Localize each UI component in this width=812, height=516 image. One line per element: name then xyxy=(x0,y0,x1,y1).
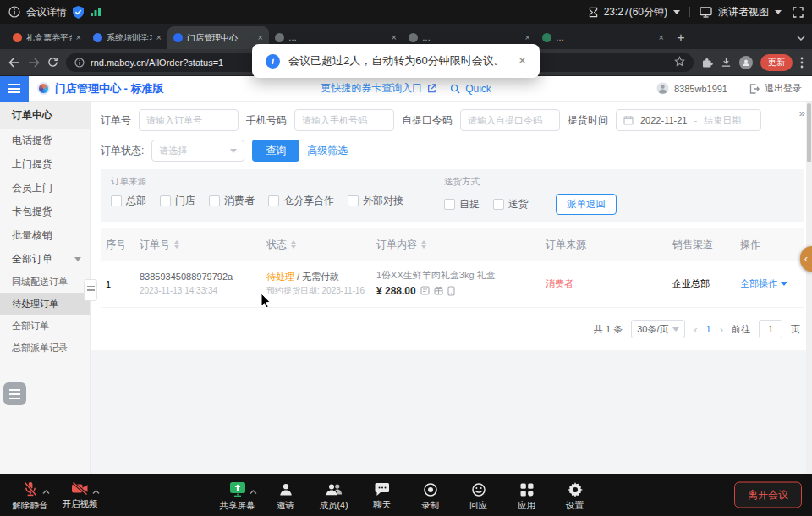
browser-tab-2[interactable]: 系统培训学习 × xyxy=(87,26,167,49)
username[interactable]: 8385wb1991 xyxy=(674,84,727,94)
tab4-close-icon[interactable]: × xyxy=(392,33,397,42)
browser-update-button[interactable]: 更新 xyxy=(760,54,793,71)
app-hamburger-menu[interactable] xyxy=(0,76,29,102)
header-content[interactable]: 订单内容 xyxy=(376,238,546,252)
quick-label[interactable]: Quick xyxy=(465,83,491,95)
video-button[interactable]: 开启视频 xyxy=(57,478,103,510)
site-info-icon[interactable] xyxy=(74,58,85,68)
browser-menu-dots-icon[interactable] xyxy=(800,57,804,69)
share-options-caret-icon[interactable] xyxy=(250,483,257,498)
advanced-filter-link[interactable]: 高级筛选 xyxy=(307,144,348,158)
sort-icon[interactable] xyxy=(421,240,426,249)
floating-list-button[interactable] xyxy=(3,382,26,405)
bookmark-star-icon[interactable] xyxy=(674,56,685,69)
new-tab-button[interactable]: + xyxy=(670,27,692,49)
sidebar-sub-pending-orders[interactable]: 待处理订单 xyxy=(0,293,90,315)
members-button[interactable]: 成员(4) xyxy=(310,478,357,512)
tab6-close-icon[interactable]: × xyxy=(659,33,664,42)
delivery-option-selfpickup[interactable]: 自提 xyxy=(444,197,480,211)
toast-close-icon[interactable]: × xyxy=(518,54,526,68)
phone-icon[interactable] xyxy=(447,286,455,296)
checkbox-share[interactable] xyxy=(268,195,279,206)
source-option-consumer[interactable]: 消费者 xyxy=(209,194,255,208)
all-actions-dropdown[interactable]: 全部操作 xyxy=(740,277,787,290)
note-icon[interactable] xyxy=(420,286,430,295)
source-option-external[interactable]: 外部对接 xyxy=(348,194,403,208)
video-options-caret-icon[interactable] xyxy=(92,483,100,498)
per-page-select[interactable]: 30条/页 xyxy=(631,320,685,338)
sidebar-item-member-visit[interactable]: 会员上门 xyxy=(0,176,90,200)
checkbox-hq[interactable] xyxy=(111,195,122,206)
scrollbar-thumb[interactable] xyxy=(807,103,811,162)
checkbox-consumer[interactable] xyxy=(209,195,220,206)
back-icon[interactable] xyxy=(8,58,20,68)
order-status-select[interactable]: 请选择 xyxy=(151,140,244,162)
mute-button[interactable]: 解除静音 xyxy=(7,478,53,512)
phone-input[interactable] xyxy=(294,109,394,131)
leave-meeting-button[interactable]: 离开会议 xyxy=(734,482,802,508)
checkbox-external[interactable] xyxy=(348,195,359,206)
prev-page-button[interactable]: ‹ xyxy=(694,323,697,336)
tab-search-caret-icon[interactable] xyxy=(797,29,805,44)
sidebar-item-door-pickup[interactable]: 上门提货 xyxy=(0,152,90,176)
logout-button[interactable]: 退出登录 xyxy=(765,82,802,95)
timer-caret-icon[interactable] xyxy=(673,10,680,14)
view-mode-selector[interactable]: 演讲者视图 xyxy=(718,5,769,19)
sidebar-sub-city-delivery[interactable]: 同城配送订单 xyxy=(0,271,90,293)
meeting-details-button[interactable]: 会议详情 xyxy=(26,5,67,19)
order-no-input[interactable] xyxy=(139,109,239,131)
browser-profile-avatar[interactable] xyxy=(739,56,753,69)
extensions-puzzle-icon[interactable] xyxy=(701,57,713,69)
sidebar-sub-hq-dispatch[interactable]: 总部派单记录 xyxy=(0,337,90,359)
mic-options-caret-icon[interactable] xyxy=(42,483,50,498)
sidebar-item-phone-pickup[interactable]: 电话提货 xyxy=(0,129,90,152)
browser-tab-6[interactable]: … × xyxy=(536,26,670,49)
page-scrollbar[interactable] xyxy=(806,102,812,474)
coupon-query-link[interactable]: 更快捷的券卡查询入口 xyxy=(321,81,422,96)
forward-icon[interactable] xyxy=(28,58,40,68)
gift-icon[interactable] xyxy=(434,286,443,295)
checkbox-store[interactable] xyxy=(160,195,171,206)
download-icon[interactable] xyxy=(721,57,732,68)
tab2-close-icon[interactable]: × xyxy=(156,33,162,42)
sidebar-sub-all-orders[interactable]: 全部订单 xyxy=(0,315,90,337)
collapse-panel-icon[interactable]: » xyxy=(799,107,804,119)
fullscreen-icon[interactable] xyxy=(793,7,804,18)
security-shield-icon[interactable] xyxy=(73,6,84,19)
next-page-button[interactable]: › xyxy=(720,323,723,336)
date-range-picker[interactable]: 2022-11-21 - 结束日期 xyxy=(616,109,761,131)
current-page-button[interactable]: 1 xyxy=(706,324,711,334)
source-option-hq[interactable]: 总部 xyxy=(111,194,146,208)
goto-page-input[interactable] xyxy=(759,320,782,338)
invite-button[interactable]: 邀请 xyxy=(262,478,309,512)
header-status[interactable]: 状态 xyxy=(266,238,376,252)
header-order-no[interactable]: 订单号 xyxy=(140,238,266,252)
sort-icon[interactable] xyxy=(174,240,179,249)
browser-tab-1[interactable]: 礼盒票券平台管理中心 × xyxy=(7,26,87,49)
chat-button[interactable]: 聊天 xyxy=(359,478,405,512)
dispatch-return-button[interactable]: 派单退回 xyxy=(556,194,617,215)
sidebar-group-all-orders[interactable]: 全部订单 xyxy=(0,247,90,271)
record-button[interactable]: 录制 xyxy=(407,478,453,512)
sidebar-item-card-pickup[interactable]: 卡包提货 xyxy=(0,200,90,223)
settings-button[interactable]: 设置 xyxy=(551,478,598,512)
sidebar-item-batch-verify[interactable]: 批量核销 xyxy=(0,223,90,247)
sort-icon[interactable] xyxy=(291,240,296,249)
apps-button[interactable]: 应用 xyxy=(503,478,550,512)
tab3-close-icon[interactable]: × xyxy=(258,33,263,42)
sidebar-collapse-handle[interactable] xyxy=(84,279,97,301)
meeting-info-icon[interactable] xyxy=(8,6,20,18)
reactions-button[interactable]: 回应 xyxy=(455,478,502,512)
source-option-share[interactable]: 仓分享合作 xyxy=(268,194,334,208)
reload-icon[interactable] xyxy=(47,57,58,68)
delivery-option-delivery[interactable]: 送货 xyxy=(493,197,529,211)
checkbox-selfpickup[interactable] xyxy=(444,199,455,210)
view-mode-caret-icon[interactable] xyxy=(775,10,782,14)
source-option-store[interactable]: 门店 xyxy=(160,194,195,208)
tab1-close-icon[interactable]: × xyxy=(76,33,81,42)
pickup-code-input[interactable] xyxy=(460,109,560,131)
checkbox-delivery[interactable] xyxy=(493,199,504,210)
share-screen-button[interactable]: 共享屏幕 xyxy=(214,478,261,512)
search-button[interactable]: 查询 xyxy=(252,140,299,162)
tab5-close-icon[interactable]: × xyxy=(525,33,530,42)
